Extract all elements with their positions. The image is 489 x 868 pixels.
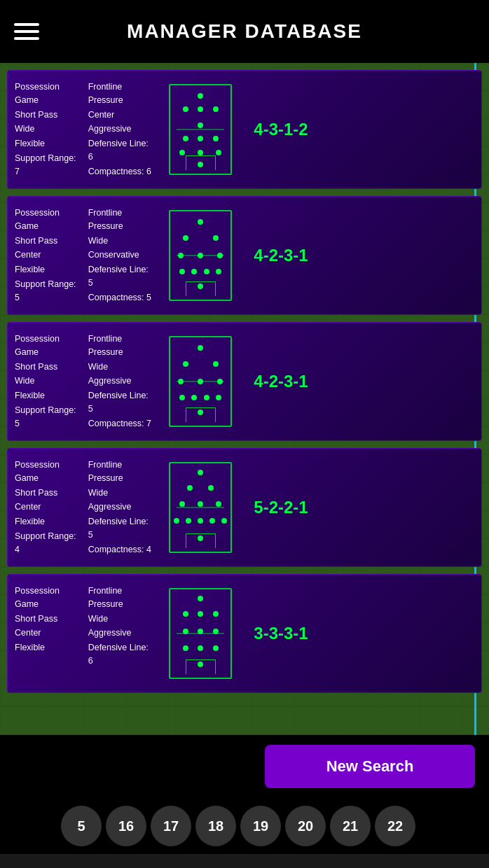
result-card[interactable]: Possession GameShort PassWideFlexibleSup… <box>7 322 482 441</box>
info-text: Center <box>15 248 81 262</box>
player-dot <box>183 361 188 367</box>
player-dot <box>198 645 203 651</box>
page-number[interactable]: 17 <box>151 806 191 846</box>
formation-label-container: 3-3-3-1 <box>239 575 323 692</box>
page-number[interactable]: 22 <box>375 806 415 846</box>
field-visual <box>169 588 232 679</box>
info-text: Center <box>15 626 81 640</box>
field-visual <box>169 210 232 301</box>
info-text: Wide <box>88 360 155 374</box>
info-text: Center <box>88 108 155 122</box>
player-dot <box>204 395 209 400</box>
info-text: Flexible <box>15 263 81 276</box>
player-dot <box>198 136 203 141</box>
player-dot <box>179 395 185 400</box>
player-dot <box>198 410 203 415</box>
page-title: MANAGER DATABASE <box>53 20 475 43</box>
player-dot <box>198 219 203 225</box>
player-dot <box>179 269 185 274</box>
formation-diagram <box>162 575 239 692</box>
player-dot <box>213 611 219 617</box>
player-dot <box>187 485 193 491</box>
info-text: Aggressive <box>88 500 155 514</box>
result-card[interactable]: Possession GameShort PassCenterFlexibleF… <box>7 574 482 693</box>
card-info: Possession GameShort PassWideFlexibleSup… <box>8 323 162 440</box>
info-text: Compactness: 6 <box>88 165 155 178</box>
info-col-right: Frontline PressureCenterAggressiveDefens… <box>88 80 155 178</box>
info-col-left: Possession GameShort PassWideFlexibleSup… <box>15 332 81 430</box>
info-text: Frontline Pressure <box>88 458 155 485</box>
new-search-button[interactable]: New Search <box>265 745 475 788</box>
player-dot <box>204 269 209 274</box>
info-text: Flexible <box>15 641 81 654</box>
page-number[interactable]: 16 <box>106 806 146 846</box>
formation-text: 4-3-1-2 <box>254 120 308 139</box>
info-text: Wide <box>88 612 155 626</box>
header: MANAGER DATABASE <box>0 0 489 63</box>
player-dot <box>213 645 219 651</box>
player-dot <box>183 645 188 651</box>
player-dot <box>213 136 219 141</box>
info-text: Frontline Pressure <box>88 332 155 359</box>
formation-label-container: 4-2-3-1 <box>239 197 323 314</box>
info-text: Defensive Line: 5 <box>88 389 155 416</box>
info-text: Support Range: 4 <box>15 530 81 556</box>
card-info: Possession GameShort PassCenterFlexibleS… <box>8 197 162 314</box>
player-dot <box>198 253 203 258</box>
info-text: Aggressive <box>88 374 155 388</box>
player-dot <box>198 518 203 524</box>
info-text: Defensive Line: 5 <box>88 263 155 290</box>
page-number[interactable]: 19 <box>240 806 281 846</box>
result-card[interactable]: Possession GameShort PassCenterFlexibleS… <box>7 448 482 567</box>
result-card[interactable]: Possession GameShort PassCenterFlexibleS… <box>7 196 482 315</box>
field-visual <box>169 84 232 175</box>
menu-button[interactable] <box>14 23 39 40</box>
info-text: Center <box>15 500 81 514</box>
info-text: Flexible <box>15 389 81 402</box>
player-dot <box>178 379 184 384</box>
player-dot <box>213 629 219 634</box>
info-col-left: Possession GameShort PassCenterFlexible <box>15 584 81 682</box>
player-dot <box>216 395 221 400</box>
player-dot <box>216 269 221 274</box>
player-dot <box>183 106 188 112</box>
info-col-left: Possession GameShort PassCenterFlexibleS… <box>15 458 81 556</box>
info-text: Support Range: 5 <box>15 278 81 304</box>
field-visual <box>169 462 232 553</box>
player-dot <box>174 518 179 524</box>
info-text: Aggressive <box>88 626 155 640</box>
info-text: Conservative <box>88 248 155 262</box>
formation-text: 4-2-3-1 <box>254 372 308 391</box>
player-dot <box>208 485 214 491</box>
info-text: Support Range: 5 <box>15 404 81 430</box>
formation-text: 4-2-3-1 <box>254 246 308 265</box>
player-dot <box>198 470 203 475</box>
info-text: Frontline Pressure <box>88 80 155 107</box>
formation-diagram <box>162 197 239 314</box>
page-number[interactable]: 5 <box>61 806 102 846</box>
action-bar: New Search <box>0 735 489 798</box>
formation-label-container: 4-2-3-1 <box>239 323 323 440</box>
info-text: Possession Game <box>15 458 81 485</box>
info-text: Wide <box>15 374 81 388</box>
player-dot <box>198 596 203 601</box>
page-number[interactable]: 18 <box>195 806 236 846</box>
player-dot <box>198 150 203 155</box>
player-dot <box>183 136 188 141</box>
result-card[interactable]: Possession GameShort PassWideFlexibleSup… <box>7 70 482 189</box>
info-col-right: Frontline PressureWideAggressiveDefensiv… <box>88 332 155 430</box>
player-dot <box>198 379 203 384</box>
page-number[interactable]: 21 <box>330 806 371 846</box>
player-dot <box>198 629 203 634</box>
info-text: Possession Game <box>15 80 81 107</box>
info-text: Short Pass <box>15 234 81 248</box>
field-visual <box>169 336 232 427</box>
player-dot <box>179 150 185 155</box>
page-number[interactable]: 20 <box>285 806 326 846</box>
player-dot <box>198 345 203 351</box>
formation-diagram <box>162 323 239 440</box>
info-text: Possession Game <box>15 332 81 359</box>
info-text: Wide <box>88 234 155 248</box>
player-dot <box>213 235 219 241</box>
player-dot <box>178 253 184 258</box>
